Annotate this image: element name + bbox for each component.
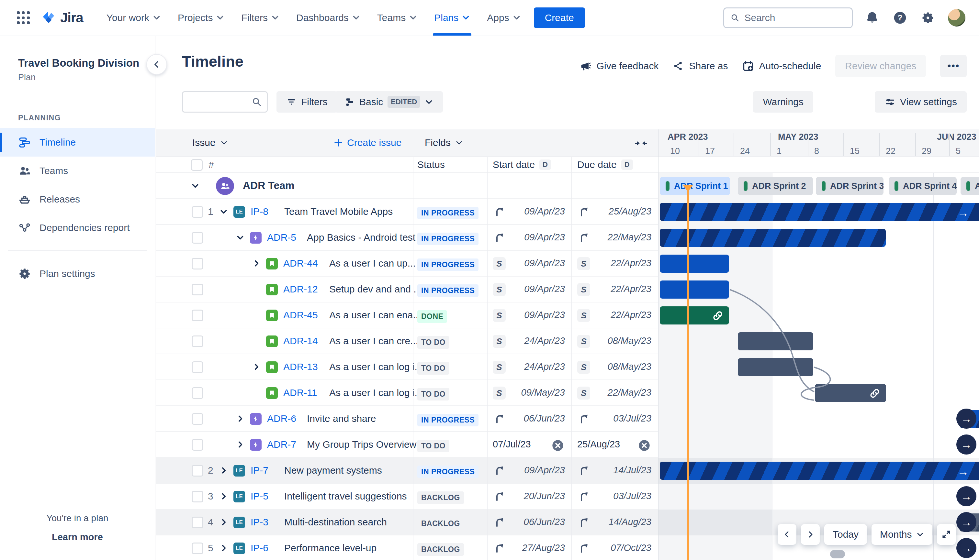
date-cell[interactable]: S09/May/23 xyxy=(487,380,571,406)
date-cell[interactable]: S24/Apr/23 xyxy=(487,328,571,354)
date-cell[interactable]: 07/Oct/23 xyxy=(571,535,658,560)
date-cell[interactable]: S08/May/23 xyxy=(571,354,658,380)
date-cell[interactable]: 03/Jul/23 xyxy=(571,483,658,510)
row-checkbox[interactable] xyxy=(192,362,203,373)
select-all-checkbox[interactable] xyxy=(191,159,203,171)
row-checkbox[interactable] xyxy=(192,335,203,347)
issue-key[interactable]: IP-8 xyxy=(251,206,268,217)
gantt-bar[interactable] xyxy=(738,332,813,350)
scroll-to-bar-button[interactable]: → xyxy=(956,538,976,558)
row-checkbox[interactable] xyxy=(192,439,203,451)
gantt-bar[interactable] xyxy=(815,384,886,402)
clear-date-button[interactable] xyxy=(638,439,651,453)
issue-key[interactable]: IP-3 xyxy=(251,517,268,528)
row-expand-chevron[interactable] xyxy=(236,440,244,450)
clear-date-icon[interactable] xyxy=(638,439,651,452)
status-badge[interactable]: TO DO xyxy=(417,336,449,349)
issue-title[interactable]: App Basics - Android test xyxy=(307,232,415,243)
scroll-to-bar-button[interactable]: → xyxy=(956,408,976,429)
collapse-fields-icon[interactable] xyxy=(635,138,648,150)
issue-column-menu[interactable]: Issue xyxy=(192,137,228,148)
issue-title[interactable]: New payment systems xyxy=(284,465,382,476)
sidebar-item-teams[interactable]: Teams xyxy=(0,157,155,185)
sidebar-item-dependencies-report[interactable]: Dependencies report xyxy=(0,213,155,242)
row-expand-chevron[interactable] xyxy=(219,492,228,502)
row-expand-chevron[interactable] xyxy=(219,518,228,528)
status-badge[interactable]: DONE xyxy=(417,310,447,323)
status-badge[interactable]: BACKLOG xyxy=(417,492,464,504)
issue-key[interactable]: IP-7 xyxy=(251,465,268,476)
sprint-pill[interactable]: ADR Sprint 2 xyxy=(738,177,813,195)
row-expand-chevron[interactable] xyxy=(252,259,261,269)
date-cell[interactable]: S08/May/23 xyxy=(571,328,658,354)
scroll-to-bar-button[interactable]: → xyxy=(956,512,976,532)
nav-item-dashboards[interactable]: Dashboards xyxy=(289,0,368,36)
date-cell[interactable]: 06/Jun/23 xyxy=(487,406,571,432)
gantt-bar[interactable] xyxy=(738,358,813,376)
status-badge[interactable]: TO DO xyxy=(417,388,449,400)
issue-title[interactable]: As a user I can ena... xyxy=(329,310,421,321)
fullscreen-button[interactable] xyxy=(937,524,956,545)
date-cell[interactable]: S22/Apr/23 xyxy=(571,251,658,277)
issue-title[interactable]: Performance level-up xyxy=(284,543,376,553)
create-button[interactable]: Create xyxy=(534,7,585,28)
issue-title[interactable]: As a user I can log i... xyxy=(329,387,423,398)
today-button[interactable]: Today xyxy=(824,524,867,545)
issue-key[interactable]: ADR-14 xyxy=(283,335,318,347)
status-badge[interactable]: BACKLOG xyxy=(417,517,464,530)
row-checkbox[interactable] xyxy=(192,284,203,295)
global-search[interactable] xyxy=(723,7,853,28)
issue-title[interactable]: As a user I can up... xyxy=(329,258,416,269)
sidebar-collapse-button[interactable] xyxy=(146,54,167,75)
status-badge[interactable]: IN PROGRESS xyxy=(417,207,478,219)
date-cell[interactable]: 07/Jul/23 xyxy=(487,432,571,458)
issue-key[interactable]: IP-6 xyxy=(251,543,268,553)
row-checkbox[interactable] xyxy=(192,465,203,477)
horizontal-scrollbar-thumb[interactable] xyxy=(830,550,845,558)
fields-menu[interactable]: Fields xyxy=(425,137,463,148)
row-expand-chevron[interactable] xyxy=(219,466,228,476)
row-expand-chevron[interactable] xyxy=(252,363,261,372)
row-checkbox[interactable] xyxy=(192,206,203,218)
view-mode-button[interactable]: Basic EDITED xyxy=(335,91,443,113)
issue-key[interactable]: ADR-11 xyxy=(283,387,317,398)
date-cell[interactable]: S24/Apr/23 xyxy=(487,354,571,380)
date-cell[interactable]: 22/May/23 xyxy=(571,225,658,251)
sprint-pill[interactable]: ADR Sprint 5 xyxy=(961,177,979,195)
date-cell[interactable]: S09/Apr/23 xyxy=(487,277,571,302)
sprint-pill[interactable]: ADR Sprint 1 xyxy=(660,177,730,195)
issue-key[interactable]: ADR-44 xyxy=(283,258,318,269)
scroll-to-bar-button[interactable]: → xyxy=(956,435,976,455)
due-date-column-header[interactable]: Due date D xyxy=(577,159,633,170)
row-expand-chevron[interactable] xyxy=(219,207,228,217)
row-checkbox[interactable] xyxy=(192,258,203,270)
row-checkbox[interactable] xyxy=(192,232,203,243)
scroll-to-bar-button[interactable]: → xyxy=(956,486,976,506)
gantt-bar[interactable] xyxy=(660,280,729,298)
row-expand-chevron[interactable] xyxy=(236,233,244,243)
issue-key[interactable]: ADR-12 xyxy=(283,284,318,295)
issue-key[interactable]: IP-5 xyxy=(251,491,268,502)
jira-logo[interactable]: Jira xyxy=(40,9,83,26)
clear-date-button[interactable] xyxy=(551,439,564,453)
row-expand-chevron[interactable] xyxy=(236,414,244,424)
row-expand-chevron[interactable] xyxy=(219,544,228,553)
review-changes-button[interactable]: Review changes xyxy=(835,55,926,77)
clear-date-icon[interactable] xyxy=(551,439,564,452)
status-badge[interactable]: IN PROGRESS xyxy=(417,465,478,478)
nav-item-apps[interactable]: Apps xyxy=(480,0,528,36)
row-checkbox[interactable] xyxy=(192,310,203,321)
gantt-bar[interactable] xyxy=(660,229,886,247)
issue-title[interactable]: Team Travel Mobile Apps xyxy=(284,206,393,217)
issue-key[interactable]: ADR-45 xyxy=(283,310,318,321)
settings-gear-icon[interactable] xyxy=(919,9,936,26)
row-checkbox[interactable] xyxy=(192,413,203,425)
notifications-bell-icon[interactable] xyxy=(864,9,880,26)
date-cell[interactable]: 09/Apr/23 xyxy=(487,225,571,251)
row-checkbox[interactable] xyxy=(192,543,203,554)
issue-key[interactable]: ADR-5 xyxy=(267,232,296,243)
row-checkbox[interactable] xyxy=(192,517,203,528)
sprint-pill[interactable]: ADR Sprint 3 xyxy=(816,177,884,195)
date-cell[interactable]: S22/May/23 xyxy=(571,380,658,406)
date-cell[interactable]: 27/Aug/23 xyxy=(487,535,571,560)
